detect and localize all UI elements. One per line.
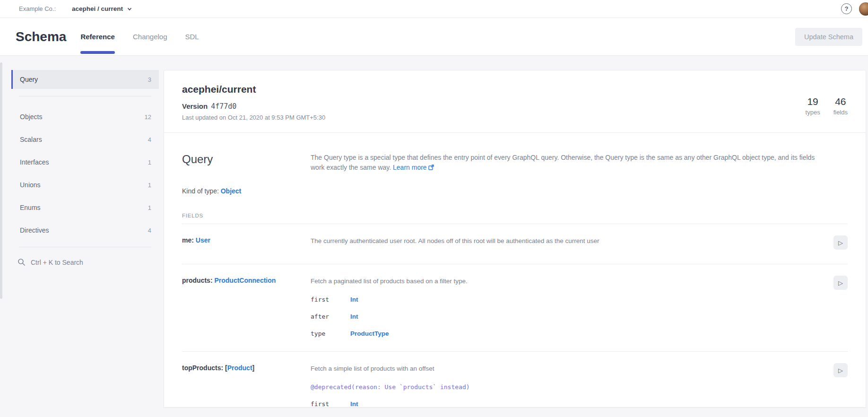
arg-name: first <box>311 400 350 408</box>
sidebar-item-interfaces[interactable]: Interfaces 1 <box>11 153 159 172</box>
type-description: The Query type is a special type that de… <box>311 153 848 173</box>
play-icon: ▷ <box>838 367 843 374</box>
stat: 19 types <box>806 96 820 116</box>
tab-reference[interactable]: Reference <box>80 18 115 55</box>
main-layout: Query 3 Objects 12 Scalars 4 Interfaces … <box>0 56 868 408</box>
sidebar-divider <box>19 247 151 247</box>
stat-value: 46 <box>833 96 848 107</box>
field-name: products: ProductConnection <box>182 276 311 337</box>
field-args: first Int after Int type ProductType <box>311 296 827 337</box>
sidebar-item-count: 4 <box>148 136 151 143</box>
field-name: topProducts: [Product] <box>182 363 311 408</box>
search-hint: Ctrl + K to Search <box>31 259 83 266</box>
field-description: Fetch a paginated list of products based… <box>311 276 827 286</box>
play-icon: ▷ <box>838 239 843 246</box>
sidebar-divider <box>19 96 151 96</box>
sidebar-item-label: Objects <box>20 113 42 121</box>
schema-stats: 19 types 46 fields <box>806 96 848 116</box>
graph-selector-label: acephei / current <box>72 5 123 12</box>
arg-row: first Int <box>311 296 827 303</box>
graph-title: acephei/current <box>182 84 325 95</box>
sidebar-item-count: 1 <box>148 159 151 166</box>
org-label: Example Co.: <box>19 5 56 12</box>
sidebar-item-count: 4 <box>148 227 151 234</box>
external-link-icon <box>428 163 434 173</box>
tab-bar: ReferenceChangelogSDL <box>80 18 199 55</box>
chevron-down-icon <box>127 7 132 11</box>
sidebar-item-count: 3 <box>148 76 151 83</box>
field-row: products: ProductConnection Fetch a pagi… <box>182 264 848 352</box>
sidebar-item-count: 12 <box>145 113 151 121</box>
arg-type-link[interactable]: Int <box>350 400 358 408</box>
field-description: The currently authenticated user root. A… <box>311 235 827 246</box>
stat-value: 19 <box>806 96 820 107</box>
arg-row: after Int <box>311 313 827 320</box>
help-icon[interactable]: ? <box>841 3 852 14</box>
learn-more-link[interactable]: Learn more <box>393 164 427 171</box>
field-row: me: User The currently authenticated use… <box>182 224 848 264</box>
arg-type-link[interactable]: ProductType <box>350 330 389 337</box>
sidebar-item-scalars[interactable]: Scalars 4 <box>11 130 159 149</box>
sidebar-item-query[interactable]: Query 3 <box>11 70 159 89</box>
sidebar-item-label: Unions <box>20 181 41 189</box>
field-name-text: me: <box>182 236 196 244</box>
play-icon: ▷ <box>838 279 843 287</box>
page-header: Schema ReferenceChangelogSDL Update Sche… <box>0 18 868 56</box>
arg-row: first Int <box>311 400 827 408</box>
sidebar-item-label: Scalars <box>20 136 42 143</box>
sidebar-item-label: Interfaces <box>20 158 49 166</box>
page-title: Schema <box>16 29 66 44</box>
arg-name: first <box>311 296 350 303</box>
kind-value-link[interactable]: Object <box>221 187 242 195</box>
left-scrollbar[interactable] <box>0 62 2 299</box>
type-description-text: The Query type is a special type that de… <box>311 154 815 171</box>
field-type-link[interactable]: ProductConnection <box>214 277 276 284</box>
field-name: me: User <box>182 235 311 250</box>
version-value: 4f77d0 <box>211 102 236 111</box>
tab-changelog[interactable]: Changelog <box>133 18 167 55</box>
field-name-text: topProducts: <box>182 364 225 372</box>
field-deprecated-directive: @deprecated(reason: Use `products` inste… <box>311 383 827 391</box>
sidebar-item-label: Directives <box>20 226 49 234</box>
tab-sdl[interactable]: SDL <box>185 18 199 55</box>
run-query-button[interactable]: ▷ <box>833 276 848 290</box>
search-input[interactable]: Ctrl + K to Search <box>11 258 159 266</box>
field-row: topProducts: [Product] Fetch a simple li… <box>182 352 848 417</box>
version-line: Version4f77d0 <box>182 102 325 111</box>
field-args: first Int <box>311 400 827 408</box>
fields-section-label: FIELDS <box>182 213 848 224</box>
sidebar-item-directives[interactable]: Directives 4 <box>11 221 159 240</box>
kind-label: Kind of type: <box>182 187 221 195</box>
arg-name: type <box>311 330 350 337</box>
stat-label: fields <box>833 109 848 116</box>
field-name-text: products: <box>182 277 214 284</box>
arg-row: type ProductType <box>311 330 827 337</box>
sidebar-item-label: Enums <box>20 204 41 211</box>
sidebar-item-enums[interactable]: Enums 1 <box>11 198 159 217</box>
search-icon <box>17 258 26 266</box>
sidebar-item-unions[interactable]: Unions 1 <box>11 175 159 194</box>
update-schema-button[interactable]: Update Schema <box>795 28 862 46</box>
type-name: Query <box>182 153 311 173</box>
kind-of-type-line: Kind of type: Object <box>182 187 848 195</box>
field-type-link[interactable]: User <box>196 236 210 244</box>
run-query-button[interactable]: ▷ <box>833 235 848 250</box>
field-type-link[interactable]: Product <box>227 364 252 372</box>
sidebar-item-count: 1 <box>148 204 151 211</box>
graph-selector-dropdown[interactable]: acephei / current <box>72 5 132 12</box>
run-query-button[interactable]: ▷ <box>833 363 848 377</box>
stat: 46 fields <box>833 96 848 116</box>
schema-card: acephei/current Version4f77d0 Last updat… <box>164 70 866 408</box>
top-bar: Example Co.: acephei / current ? <box>0 0 868 18</box>
field-type-suffix: ] <box>252 364 255 372</box>
sidebar-item-count: 1 <box>148 182 151 189</box>
avatar[interactable] <box>859 2 868 16</box>
arg-type-link[interactable]: Int <box>350 296 358 303</box>
version-label: Version <box>182 102 208 110</box>
type-section: Query The Query type is a special type t… <box>164 133 866 417</box>
field-description: Fetch a simple list of products with an … <box>311 363 827 374</box>
arg-type-link[interactable]: Int <box>350 313 358 320</box>
sidebar-item-label: Query <box>20 76 38 83</box>
sidebar-item-objects[interactable]: Objects 12 <box>11 107 159 126</box>
stat-label: types <box>806 109 820 116</box>
